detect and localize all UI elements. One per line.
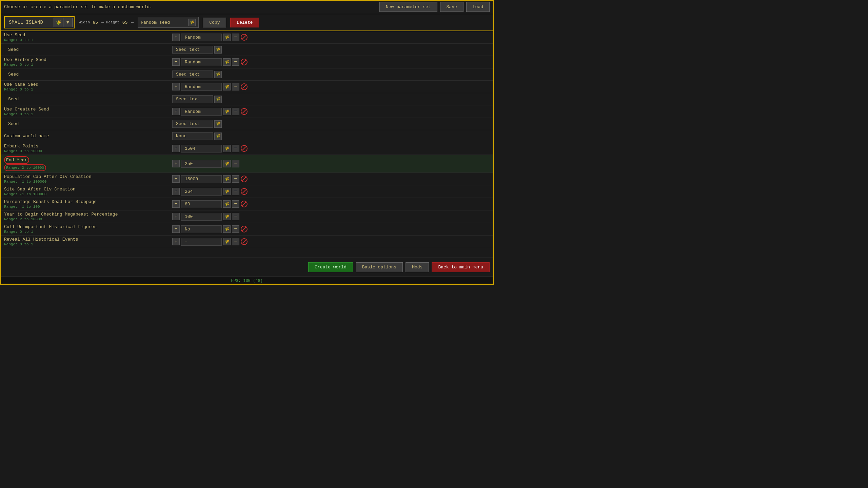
param-name: End Year: [4, 156, 165, 164]
increment-button[interactable]: +: [172, 58, 180, 66]
seed-sub-row: SeedSeed text🌾: [0, 118, 494, 130]
param-name: Use History Seed: [4, 57, 165, 62]
decrement-button[interactable]: −: [232, 145, 239, 152]
no-icon[interactable]: [241, 145, 248, 152]
seed-controls: Seed text🌾: [170, 44, 494, 56]
content-area[interactable]: Use SeedRange: 0 to 1+Random🌾−SeedSeed t…: [0, 31, 494, 253]
no-icon[interactable]: [241, 226, 248, 232]
preset-name: SMALL ISLAND: [6, 19, 54, 26]
seed-wheat-icon[interactable]: 🌾: [214, 71, 222, 78]
status-bar: FPS: 100 (48): [0, 277, 494, 285]
param-value-field[interactable]: Random: [181, 58, 222, 66]
no-icon[interactable]: [241, 238, 248, 245]
preset-selector[interactable]: SMALL ISLAND 🌾 ▼: [4, 16, 75, 28]
no-icon[interactable]: [241, 83, 248, 90]
wheat-icon[interactable]: 🌾: [223, 160, 231, 167]
param-row: Percentage Beasts Dead For StoppageRange…: [0, 198, 494, 210]
param-range: Range: 0 to 1: [4, 230, 165, 234]
wheat-icon[interactable]: 🌾: [223, 145, 231, 152]
increment-button[interactable]: +: [172, 145, 180, 152]
load-button[interactable]: Load: [466, 2, 490, 12]
increment-button[interactable]: +: [172, 200, 180, 208]
seed-wheat-icon[interactable]: 🌾: [214, 96, 222, 103]
wheat-icon[interactable]: 🌾: [223, 175, 231, 183]
wheat-icon[interactable]: 🌾: [223, 58, 231, 66]
seed-value-field[interactable]: Seed text: [172, 46, 213, 54]
seed-wheat-icon[interactable]: 🌾: [214, 46, 222, 54]
header-buttons: New parameter set Save Load: [379, 2, 490, 12]
param-value-field[interactable]: 250: [181, 160, 222, 168]
dimension-group: Width 65 — Height 65 —: [79, 20, 134, 25]
param-controls: +Random🌾−: [170, 105, 494, 118]
new-parameter-set-button[interactable]: New parameter set: [379, 2, 437, 12]
decrement-button[interactable]: −: [232, 34, 239, 41]
decrement-button[interactable]: −: [232, 188, 239, 195]
wheat-icon[interactable]: 🌾: [223, 213, 231, 220]
decrement-button[interactable]: −: [232, 200, 239, 208]
decrement-button[interactable]: −: [232, 83, 239, 90]
no-icon[interactable]: [241, 176, 248, 182]
increment-button[interactable]: +: [172, 108, 180, 115]
preset-dropdown-icon[interactable]: ▼: [63, 18, 73, 27]
no-icon[interactable]: [241, 34, 248, 41]
seed-value-field[interactable]: Seed text: [172, 95, 213, 103]
param-value-field[interactable]: None: [172, 132, 213, 140]
param-value-field[interactable]: 100: [181, 213, 222, 221]
seed-field[interactable]: Random seed 🌾: [138, 17, 199, 28]
no-icon[interactable]: [241, 188, 248, 195]
wheat-icon[interactable]: 🌾: [223, 238, 231, 245]
increment-button[interactable]: +: [172, 188, 180, 195]
param-range: Range: -1 to 100000: [4, 180, 165, 184]
decrement-button[interactable]: −: [232, 213, 239, 220]
param-row: Use SeedRange: 0 to 1+Random🌾−: [0, 31, 494, 44]
increment-button[interactable]: +: [172, 175, 180, 183]
param-value-field[interactable]: No: [181, 225, 222, 233]
no-icon[interactable]: [241, 59, 248, 65]
preset-wheat-icon[interactable]: 🌾: [54, 18, 63, 27]
param-value-field[interactable]: Random: [181, 108, 222, 116]
instruction-text: Choose or create a parameter set to make…: [4, 4, 152, 9]
decrement-button[interactable]: −: [232, 160, 239, 167]
param-value-field[interactable]: Random: [181, 83, 222, 91]
increment-button[interactable]: +: [172, 160, 180, 167]
increment-button[interactable]: +: [172, 213, 180, 220]
param-label: Use Creature SeedRange: 0 to 1: [0, 105, 170, 118]
param-value-field[interactable]: 15000: [181, 175, 222, 183]
no-icon[interactable]: [241, 108, 248, 115]
param-row: Use Name SeedRange: 0 to 1+Random🌾−: [0, 81, 494, 93]
wheat-icon[interactable]: 🌾: [223, 108, 231, 115]
decrement-button[interactable]: −: [232, 175, 239, 183]
param-value-field[interactable]: 264: [181, 188, 222, 196]
wheat-icon[interactable]: 🌾: [223, 200, 231, 208]
decrement-button[interactable]: −: [232, 238, 239, 245]
wheat-icon[interactable]: 🌾: [223, 83, 231, 90]
seed-wheat-icon[interactable]: 🌾: [188, 19, 196, 26]
param-value-field[interactable]: 80: [181, 200, 222, 208]
copy-button[interactable]: Copy: [203, 18, 226, 27]
seed-value-field[interactable]: Seed text: [172, 70, 213, 78]
param-row: Year to Begin Checking Megabeast Percent…: [0, 210, 494, 223]
decrement-button[interactable]: −: [232, 58, 239, 66]
no-icon[interactable]: [241, 201, 248, 207]
seed-wheat-icon[interactable]: 🌾: [214, 120, 222, 128]
delete-button[interactable]: Delete: [230, 18, 259, 27]
increment-button[interactable]: +: [172, 83, 180, 90]
wheat-icon[interactable]: 🌾: [214, 133, 222, 140]
increment-button[interactable]: +: [172, 238, 180, 245]
seed-value-field[interactable]: Seed text: [172, 120, 213, 128]
save-button[interactable]: Save: [440, 2, 463, 12]
mods-button[interactable]: Mods: [406, 262, 429, 272]
wheat-icon[interactable]: 🌾: [223, 34, 231, 41]
decrement-button[interactable]: −: [232, 225, 239, 233]
param-value-field[interactable]: –: [181, 238, 222, 246]
increment-button[interactable]: +: [172, 34, 180, 41]
wheat-icon[interactable]: 🌾: [223, 225, 231, 233]
param-value-field[interactable]: 1504: [181, 145, 222, 152]
back-to-main-menu-button[interactable]: Back to main menu: [432, 262, 490, 272]
decrement-button[interactable]: −: [232, 108, 239, 115]
wheat-icon[interactable]: 🌾: [223, 188, 231, 195]
create-world-button[interactable]: Create world: [308, 262, 353, 272]
param-value-field[interactable]: Random: [181, 34, 222, 41]
increment-button[interactable]: +: [172, 225, 180, 233]
basic-options-button[interactable]: Basic options: [356, 262, 403, 272]
